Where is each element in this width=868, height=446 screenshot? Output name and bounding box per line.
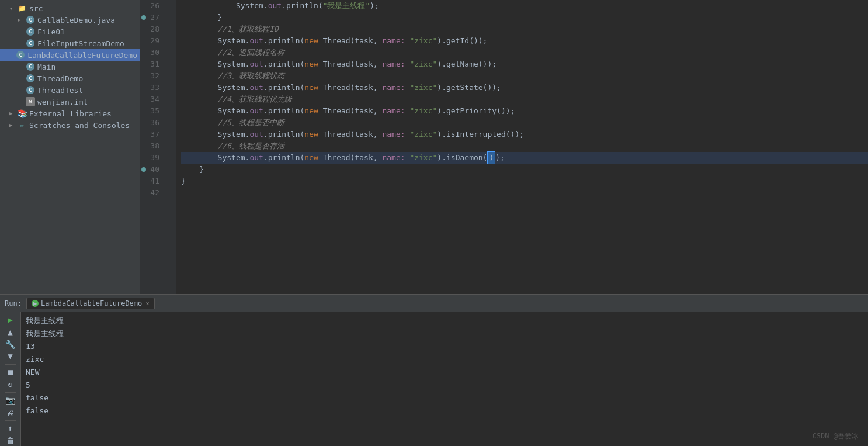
code-line-26: System.out.println("我是主线程");: [181, 0, 868, 12]
sidebar-label-file01: File01: [37, 27, 65, 36]
java-icon-lambda: C: [16, 50, 25, 60]
c-icon: C: [26, 27, 34, 36]
code-line-33: System.out.println(new Thread(task, name…: [181, 82, 868, 94]
output-line-2: 我是主线程: [26, 327, 863, 340]
snapshot-button[interactable]: 📷: [4, 395, 18, 406]
line-num-27: 27: [140, 12, 164, 23]
run-tab-label: LambdaCallableFutureDemo: [41, 299, 142, 307]
output-line-7: false: [26, 392, 863, 404]
line-num-38: 38: [140, 140, 164, 152]
code-line-34: //4、获取线程优先级: [181, 94, 868, 105]
java-icon-threadtest: C: [26, 85, 35, 95]
sidebar-label-scratches: Scratches and Consoles: [29, 121, 130, 130]
sidebar-item-src[interactable]: ▾ 📁 src: [0, 2, 140, 14]
sidebar-item-threaddemo[interactable]: C ThreadDemo: [0, 72, 140, 84]
sidebar-item-extlibs[interactable]: ▶ 📚 External Libraries: [0, 108, 140, 119]
line-num-32: 32: [140, 70, 164, 82]
output-line-5: NEW: [26, 366, 863, 379]
sidebar-label-src: src: [29, 4, 43, 13]
output-line-3: 13: [26, 340, 863, 353]
rerun-button[interactable]: ↻: [4, 379, 18, 390]
main-area: ▾ 📁 src ▶ C CallableDemo.java C File01 C: [0, 0, 868, 294]
editor-area: 26 27 28 29 30 31 32 33 34 35 36 37 38 3…: [140, 0, 868, 294]
code-line-37: System.out.println(new Thread(task, name…: [181, 129, 868, 140]
line-num-37: 37: [140, 129, 164, 140]
line-num-33: 33: [140, 82, 164, 94]
line-num-28: 28: [140, 23, 164, 35]
line-num-41: 41: [140, 175, 164, 187]
line-num-40: 40: [140, 164, 164, 175]
sidebar-label-extlibs: External Libraries: [29, 109, 112, 118]
sidebar-item-fileinputstream[interactable]: C FileInputStreamDemo: [0, 37, 140, 49]
line-num-30: 30: [140, 47, 164, 58]
run-panel: Run: ▶ LambdaCallableFutureDemo × ▶ ▲ 🔧 …: [0, 294, 868, 446]
import-button[interactable]: ⬆: [4, 423, 18, 434]
sidebar-label-lambda: LambdaCallableFutureDemo: [27, 51, 137, 60]
run-tab-bar: Run: ▶ LambdaCallableFutureDemo ×: [0, 295, 868, 312]
java-icon-fileinput: C: [26, 39, 35, 48]
sidebar-label-wenjian: wenjian.iml: [37, 98, 88, 106]
sidebar-item-main[interactable]: C Main: [0, 61, 140, 72]
scroll-up-button[interactable]: ▲: [4, 327, 18, 338]
output-line-8: false: [26, 404, 863, 417]
sidebar-item-threadtest[interactable]: C ThreadTest: [0, 84, 140, 96]
iml-badge: W: [26, 97, 35, 106]
print-button[interactable]: 🖨: [4, 407, 18, 418]
run-button[interactable]: ▶: [4, 314, 18, 326]
separator-3: [5, 420, 16, 421]
sidebar-label-main: Main: [37, 63, 55, 71]
line-num-36: 36: [140, 117, 164, 129]
output-content: 我是主线程 我是主线程 13 zixc NEW 5 false false: [21, 312, 868, 446]
arrow-src: ▾: [9, 5, 18, 12]
code-line-39: System.out.println(new Thread(task, name…: [181, 152, 868, 164]
scroll-down-button[interactable]: ▼: [4, 351, 18, 362]
sidebar-label-callable: CallableDemo.java: [37, 16, 115, 25]
sidebar-label-threaddemo: ThreadDemo: [37, 74, 83, 83]
line-num-42: 42: [140, 187, 164, 199]
separator-1: [5, 364, 16, 365]
sidebar-item-wenjian[interactable]: W wenjian.iml: [0, 96, 140, 108]
code-line-35: System.out.println(new Thread(task, name…: [181, 105, 868, 117]
line-num-26: 26: [140, 0, 164, 12]
sidebar-label-fileinput: FileInputStreamDemo: [37, 39, 124, 48]
c-icon: C: [26, 86, 34, 94]
code-line-27: }: [181, 12, 868, 23]
run-controls: ▶ ▲ 🔧 ▼ ⏹ ↻ 📷 🖨 ⬆ 🗑: [0, 312, 21, 446]
sidebar-item-scratches[interactable]: ▶ ✏️ Scratches and Consoles: [0, 119, 140, 131]
code-line-29: System.out.println(new Thread(task, name…: [181, 35, 868, 47]
run-output: ▶ ▲ 🔧 ▼ ⏹ ↻ 📷 🖨 ⬆ 🗑 我是主线程 我是主线程 13 zixc …: [0, 312, 868, 446]
c-icon: C: [26, 39, 34, 47]
settings-button[interactable]: 🔧: [4, 338, 18, 350]
arrow-scratches: ▶: [9, 122, 18, 128]
line-num-34: 34: [140, 94, 164, 105]
c-icon: C: [16, 51, 25, 59]
arrow-callable: ▶: [18, 17, 26, 23]
run-tab-lambda[interactable]: ▶ LambdaCallableFutureDemo ×: [26, 298, 155, 309]
code-line-38: //6、线程是否存活: [181, 140, 868, 152]
sidebar-item-file01[interactable]: C File01: [0, 26, 140, 37]
sidebar-label-threadtest: ThreadTest: [37, 86, 83, 95]
iml-icon: W: [26, 97, 35, 106]
trash-button[interactable]: 🗑: [4, 435, 18, 446]
code-line-41: }: [181, 175, 868, 187]
stop-button[interactable]: ⏹: [4, 367, 18, 378]
code-content[interactable]: System.out.println("我是主线程"); } //1、获取线程I…: [176, 0, 868, 294]
line-num-29: 29: [140, 35, 164, 47]
code-line-40: }: [181, 164, 868, 175]
sidebar-item-callable-demo[interactable]: ▶ C CallableDemo.java: [0, 14, 140, 26]
java-icon-file01: C: [26, 27, 35, 36]
tab-close-button[interactable]: ×: [145, 300, 150, 307]
sidebar: ▾ 📁 src ▶ C CallableDemo.java C File01 C: [0, 0, 140, 294]
code-line-30: //2、返回线程名称: [181, 47, 868, 58]
line-num-39: 39: [140, 152, 164, 164]
sidebar-item-lambda[interactable]: C LambdaCallableFutureDemo: [0, 49, 140, 61]
java-icon-callable: C: [26, 15, 35, 25]
output-line-4: zixc: [26, 353, 863, 366]
library-icon: 📚: [18, 109, 27, 118]
line-num-35: 35: [140, 105, 164, 117]
gutter: [169, 0, 176, 294]
run-label: Run:: [5, 299, 22, 307]
output-line-6: 5: [26, 379, 863, 392]
arrow-extlibs: ▶: [9, 110, 18, 116]
code-line-28: //1、获取线程ID: [181, 23, 868, 35]
